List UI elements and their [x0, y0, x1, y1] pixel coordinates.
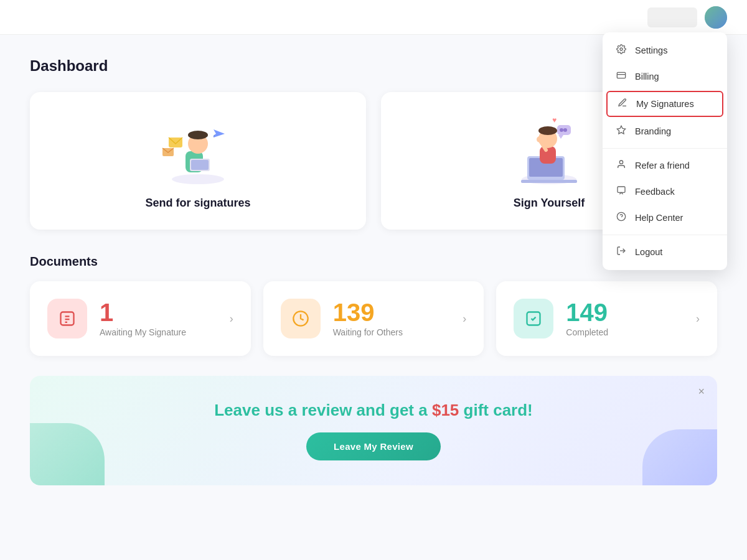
banner-text-prefix: Leave us a review and get a — [214, 401, 432, 419]
banner-decor-left — [30, 423, 105, 485]
waiting-icon — [281, 299, 321, 338]
svg-marker-28 — [558, 135, 563, 139]
dropdown-item-logout[interactable]: Logout — [603, 239, 727, 265]
help-center-label: Help Center — [635, 213, 683, 223]
awaiting-arrow: › — [230, 312, 233, 325]
awaiting-icon — [47, 299, 87, 338]
svg-point-0 — [620, 48, 622, 50]
dropdown-item-branding[interactable]: Branding — [603, 118, 727, 144]
dropdown-item-feedback[interactable]: Feedback — [603, 179, 727, 205]
refer-friend-icon — [615, 159, 627, 172]
banner-text: Leave us a review and get a $15 gift car… — [214, 401, 533, 420]
avatar[interactable] — [705, 6, 727, 29]
waiting-info: 139 Waiting for Others — [333, 300, 403, 337]
svg-text:♥: ♥ — [552, 116, 557, 124]
feedback-icon — [615, 185, 627, 198]
svg-point-8 — [172, 174, 224, 184]
dropdown-item-help-center[interactable]: Help Center — [603, 205, 727, 231]
my-signatures-label: My Signatures — [636, 99, 694, 109]
refer-friend-label: Refer a friend — [635, 161, 690, 170]
header-right — [647, 6, 727, 29]
send-signatures-title: Send for signatures — [145, 197, 250, 210]
waiting-label: Waiting for Others — [333, 327, 403, 337]
banner-decor-right — [642, 429, 717, 485]
sign-yourself-title: Sign Yourself — [514, 197, 585, 210]
svg-rect-22 — [540, 146, 556, 164]
review-banner: × Leave us a review and get a $15 gift c… — [30, 376, 717, 485]
completed-icon — [514, 299, 553, 338]
svg-point-29 — [560, 128, 563, 132]
sign-yourself-illustration: ♥ — [505, 112, 593, 187]
stat-card-awaiting[interactable]: 1 Awaiting My Signature › — [30, 281, 251, 356]
dropdown-item-settings[interactable]: Settings — [603, 37, 727, 63]
svg-point-30 — [563, 128, 567, 132]
svg-point-24 — [538, 126, 557, 135]
my-signatures-icon — [616, 98, 629, 110]
leave-review-button[interactable]: Leave My Review — [306, 432, 441, 460]
svg-rect-21 — [521, 180, 577, 183]
logout-icon — [615, 246, 627, 258]
completed-arrow: › — [696, 312, 700, 325]
billing-icon — [615, 70, 627, 83]
dropdown-item-my-signatures[interactable]: My Signatures — [606, 91, 723, 117]
svg-rect-13 — [191, 160, 209, 170]
send-signatures-illustration — [154, 112, 242, 187]
awaiting-number: 1 — [100, 300, 186, 325]
search-placeholder — [647, 7, 697, 27]
send-signatures-card[interactable]: Send for signatures — [30, 92, 366, 230]
completed-number: 149 — [566, 300, 608, 325]
dropdown-item-billing[interactable]: Billing — [603, 63, 727, 90]
waiting-arrow: › — [463, 312, 466, 325]
branding-icon — [615, 125, 627, 138]
completed-label: Completed — [566, 327, 608, 337]
banner-amount: $15 — [432, 401, 459, 419]
stat-card-completed[interactable]: 149 Completed › — [496, 281, 717, 356]
dropdown-item-refer-friend[interactable]: Refer a friend — [603, 152, 727, 179]
divider-1 — [603, 148, 727, 149]
awaiting-label: Awaiting My Signature — [100, 327, 186, 337]
help-center-icon — [615, 212, 627, 224]
svg-marker-16 — [214, 129, 225, 138]
feedback-label: Feedback — [635, 187, 675, 197]
svg-point-11 — [188, 131, 208, 139]
svg-point-26 — [537, 136, 543, 142]
settings-icon — [615, 44, 627, 57]
divider-2 — [603, 235, 727, 235]
waiting-number: 139 — [333, 300, 403, 325]
billing-label: Billing — [635, 72, 659, 82]
svg-point-3 — [619, 161, 622, 164]
logout-label: Logout — [635, 247, 662, 257]
awaiting-info: 1 Awaiting My Signature — [100, 300, 186, 337]
svg-rect-1 — [617, 72, 625, 78]
branding-label: Branding — [635, 126, 671, 136]
avatar-image — [705, 6, 727, 29]
settings-label: Settings — [635, 45, 667, 55]
banner-close-button[interactable]: × — [698, 386, 705, 397]
dropdown-menu: Settings Billing My Signatures Branding — [603, 32, 727, 270]
svg-rect-4 — [618, 187, 625, 192]
doc-stats-row: 1 Awaiting My Signature › 139 Waiting fo… — [30, 281, 717, 356]
stat-card-waiting[interactable]: 139 Waiting for Others › — [263, 281, 484, 356]
header: Settings Billing My Signatures Branding — [0, 0, 747, 35]
banner-text-suffix: gift card! — [459, 401, 532, 419]
completed-info: 149 Completed — [566, 300, 608, 337]
